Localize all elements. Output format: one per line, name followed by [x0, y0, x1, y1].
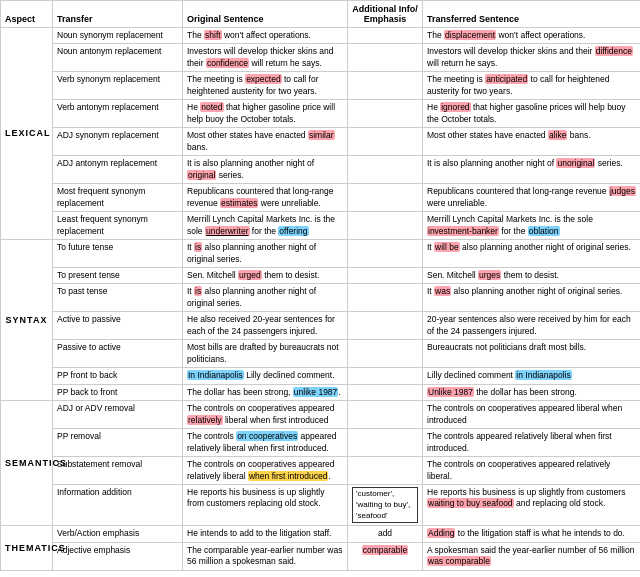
additional-info — [348, 44, 423, 72]
table-row: ADJ synonym replacement Most other state… — [1, 128, 641, 156]
original-sentence: Investors will develop thicker skins and… — [183, 44, 348, 72]
transferred-sentence: The controls appeared relatively liberal… — [423, 429, 641, 457]
additional-info — [348, 284, 423, 312]
transfer-label: Information addition — [53, 485, 183, 526]
transferred-sentence: Sen. Mitchell urges them to desist. — [423, 267, 641, 283]
table-row: To present tense Sen. Mitchell urged the… — [1, 267, 641, 283]
transfer-label: ADJ or ADV removal — [53, 401, 183, 429]
additional-info — [348, 100, 423, 128]
highlight: noted — [200, 102, 223, 112]
original-sentence: Most bills are drafted by bureaucrats no… — [183, 340, 348, 368]
highlight: urged — [238, 270, 262, 280]
additional-info — [348, 184, 423, 212]
transfer-label: Verb antonym replacement — [53, 100, 183, 128]
transfer-label: PP front to back — [53, 368, 183, 384]
table-row: PP removal The controls on cooperatives … — [1, 429, 641, 457]
original-sentence: It is also planning another night of ori… — [183, 240, 348, 268]
additional-info — [348, 457, 423, 485]
additional-info — [348, 156, 423, 184]
original-sentence: Merrill Lynch Capital Markets Inc. is th… — [183, 212, 348, 240]
transferred-sentence: Adding to the litigation staff is what h… — [423, 526, 641, 542]
transfer-label: Active to passive — [53, 312, 183, 340]
original-sentence: The controls on cooperatives appeared re… — [183, 429, 348, 457]
transferred-sentence: Lilly declined comment in Indianapolis — [423, 368, 641, 384]
header-transferred: Transferred Sentence — [423, 1, 641, 28]
original-sentence: The comparable year-earlier number was 5… — [183, 542, 348, 570]
additional-info — [348, 340, 423, 368]
transfer-label: ADJ antonym replacement — [53, 156, 183, 184]
transferred-sentence: It is also planning another night of uno… — [423, 156, 641, 184]
table-row: THEMATICS Verb/Action emphasis He intend… — [1, 526, 641, 542]
transferred-sentence: The displacement won't affect operations… — [423, 28, 641, 44]
highlight: confidence — [206, 58, 249, 68]
transfer-label: Most frequent synonym replacement — [53, 184, 183, 212]
additional-info — [348, 240, 423, 268]
highlight: urges — [478, 270, 501, 280]
table-row: PP back to front The dollar has been str… — [1, 384, 641, 400]
highlight: alike — [548, 130, 567, 140]
transfer-label: To past tense — [53, 284, 183, 312]
transferred-sentence: A spokesman said the year-earlier number… — [423, 542, 641, 570]
highlight: oblation — [528, 226, 560, 236]
highlight: when first introduced — [248, 471, 328, 481]
table-row: ADJ antonym replacement It is also plann… — [1, 156, 641, 184]
transferred-sentence: He reports his business is up slightly f… — [423, 485, 641, 526]
transfer-label: Substatement removal — [53, 457, 183, 485]
original-sentence: It is also planning another night of ori… — [183, 156, 348, 184]
highlight: on cooperatives — [236, 431, 298, 441]
original-sentence: He noted that higher gasoline price will… — [183, 100, 348, 128]
additional-info — [348, 72, 423, 100]
highlight: displacement — [444, 30, 496, 40]
additional-info — [348, 401, 423, 429]
original-sentence: He reports his business is up slightly f… — [183, 485, 348, 526]
highlight: will be — [434, 242, 460, 252]
highlight: underwriter — [205, 226, 250, 236]
highlight: comparable — [362, 545, 408, 555]
additional-info — [348, 267, 423, 283]
transferred-sentence: It was also planning another night of or… — [423, 284, 641, 312]
highlight: unoriginal — [556, 158, 595, 168]
additional-info — [348, 212, 423, 240]
bracket-box: 'customer', 'waiting to buy', 'seafood' — [352, 487, 418, 523]
transferred-sentence: Unlike 1987 the dollar has been strong. — [423, 384, 641, 400]
highlight: judges — [609, 186, 636, 196]
highlight: offering — [278, 226, 308, 236]
transfer-label: Adjective emphasis — [53, 542, 183, 570]
transfer-label: To future tense — [53, 240, 183, 268]
highlight: diffidence — [595, 46, 633, 56]
table-row: Substatement removal The controls on coo… — [1, 457, 641, 485]
table-row: Least frequent synonym replacement Merri… — [1, 212, 641, 240]
additional-info — [348, 128, 423, 156]
additional-info: comparable — [348, 542, 423, 570]
highlight: was — [434, 286, 451, 296]
original-sentence: The shift won't affect operations. — [183, 28, 348, 44]
additional-info — [348, 312, 423, 340]
original-sentence: The dollar has been strong, unlike 1987. — [183, 384, 348, 400]
table-row: SYNTAX To future tense It is also planni… — [1, 240, 641, 268]
original-sentence: He also received 20-year sentences for e… — [183, 312, 348, 340]
table-row: Most frequent synonym replacement Republ… — [1, 184, 641, 212]
table-row: Verb synonym replacement The meeting is … — [1, 72, 641, 100]
highlight: relatively — [187, 415, 223, 425]
original-sentence: The meeting is expected to call for heig… — [183, 72, 348, 100]
original-sentence: It is also planning another night of ori… — [183, 284, 348, 312]
additional-info — [348, 28, 423, 44]
transferred-sentence: The controls on cooperatives appeared li… — [423, 401, 641, 429]
transfer-label: PP back to front — [53, 384, 183, 400]
transferred-sentence: Republicans countered that long-range re… — [423, 184, 641, 212]
transfer-label: ADJ synonym replacement — [53, 128, 183, 156]
transferred-sentence: 20-year sentences also were received by … — [423, 312, 641, 340]
aspect-cell-syntax: SYNTAX — [1, 240, 53, 401]
highlight: estimates — [220, 198, 258, 208]
highlight: unlike 1987 — [293, 387, 338, 397]
highlight: similar — [308, 130, 335, 140]
highlight: in Indianapolis — [515, 370, 571, 380]
highlight: expected — [245, 74, 282, 84]
aspect-cell-semantics: SEMANTICS — [1, 401, 53, 526]
highlight: anticipated — [485, 74, 528, 84]
transfer-label: Verb synonym replacement — [53, 72, 183, 100]
header-transfer: Transfer — [53, 1, 183, 28]
transferred-sentence: It will be also planning another night o… — [423, 240, 641, 268]
transferred-sentence: The meeting is anticipated to call for h… — [423, 72, 641, 100]
original-sentence: Sen. Mitchell urged them to desist. — [183, 267, 348, 283]
